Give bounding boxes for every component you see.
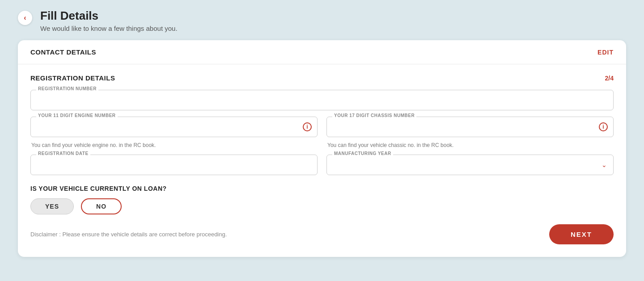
engine-hint-text: You can find your vehicle engine no. in … — [30, 142, 318, 148]
chassis-number-group: YOUR 17 DIGIT CHASSIS NUMBER i — [326, 117, 614, 137]
chassis-number-wrapper: YOUR 17 DIGIT CHASSIS NUMBER i — [326, 117, 614, 137]
loan-buttons: YES NO — [30, 198, 614, 214]
main-card: CONTACT DETAILS EDIT REGISTRATION DETAIL… — [18, 40, 626, 257]
next-button[interactable]: NEXT — [549, 224, 614, 244]
chassis-number-input[interactable] — [333, 122, 595, 133]
engine-hint-col: You can find your vehicle engine no. in … — [30, 140, 318, 148]
manufacturing-year-label: MANUFACTURING YEAR — [332, 151, 393, 156]
step-indicator: 2/4 — [605, 75, 614, 82]
registration-section: REGISTRATION DETAILS 2/4 REGISTRATION NU… — [18, 64, 626, 257]
engine-chassis-row: YOUR 11 DIGIT ENGINE NUMBER i YOUR 17 DI… — [30, 117, 614, 137]
registration-number-input[interactable] — [37, 95, 607, 106]
engine-number-group: YOUR 11 DIGIT ENGINE NUMBER i — [30, 117, 318, 137]
page-wrapper: ‹ Fill Details We would like to know a f… — [0, 0, 644, 281]
header-area: ‹ Fill Details We would like to know a f… — [18, 9, 626, 32]
registration-title: REGISTRATION DETAILS — [30, 74, 115, 82]
manufacturing-year-wrapper: MANUFACTURING YEAR 2024 2023 2022 2021 2… — [326, 155, 614, 175]
registration-number-label: REGISTRATION NUMBER — [36, 86, 98, 91]
chassis-number-label: YOUR 17 DIGIT CHASSIS NUMBER — [332, 113, 416, 118]
manufacturing-year-group: MANUFACTURING YEAR 2024 2023 2022 2021 2… — [326, 155, 614, 175]
chassis-info-icon[interactable]: i — [599, 122, 608, 131]
registration-number-row: REGISTRATION NUMBER — [30, 90, 614, 110]
disclaimer-text: Disclaimer : Please ensure the vehicle d… — [30, 231, 227, 238]
engine-number-wrapper: YOUR 11 DIGIT ENGINE NUMBER i — [30, 117, 318, 137]
back-icon: ‹ — [24, 14, 26, 21]
hints-row: You can find your vehicle engine no. in … — [30, 140, 614, 148]
edit-button[interactable]: EDIT — [597, 49, 614, 56]
back-button[interactable]: ‹ — [18, 11, 32, 25]
manufacturing-year-select[interactable]: 2024 2023 2022 2021 2020 — [333, 159, 607, 171]
registration-date-input[interactable] — [37, 159, 311, 171]
contact-details-label: CONTACT DETAILS — [30, 48, 96, 56]
registration-date-label: REGISTRATION DATE — [36, 151, 90, 156]
header-text: Fill Details We would like to know a few… — [40, 9, 178, 32]
loan-section: IS YOUR VEHICLE CURRENTLY ON LOAN? YES N… — [30, 185, 614, 214]
loan-yes-button[interactable]: YES — [30, 198, 74, 214]
registration-number-wrapper: REGISTRATION NUMBER — [30, 90, 614, 110]
registration-date-group: REGISTRATION DATE — [30, 155, 318, 175]
chassis-hint-col: You can find your vehicle chassic no. in… — [326, 140, 614, 148]
chassis-hint-text: You can find your vehicle chassic no. in… — [326, 142, 614, 148]
engine-number-label: YOUR 11 DIGIT ENGINE NUMBER — [36, 113, 118, 118]
registration-header: REGISTRATION DETAILS 2/4 — [30, 74, 614, 82]
page-subtitle: We would like to know a few things about… — [40, 25, 178, 32]
loan-question: IS YOUR VEHICLE CURRENTLY ON LOAN? — [30, 185, 614, 192]
date-year-row: REGISTRATION DATE MANUFACTURING YEAR 202… — [30, 155, 614, 175]
engine-info-icon[interactable]: i — [303, 122, 312, 131]
loan-no-button[interactable]: NO — [81, 198, 122, 214]
page-title: Fill Details — [40, 9, 178, 23]
contact-details-bar: CONTACT DETAILS EDIT — [18, 40, 626, 64]
engine-number-input[interactable] — [37, 122, 299, 133]
bottom-row: Disclaimer : Please ensure the vehicle d… — [30, 224, 614, 244]
registration-date-wrapper: REGISTRATION DATE — [30, 155, 318, 175]
